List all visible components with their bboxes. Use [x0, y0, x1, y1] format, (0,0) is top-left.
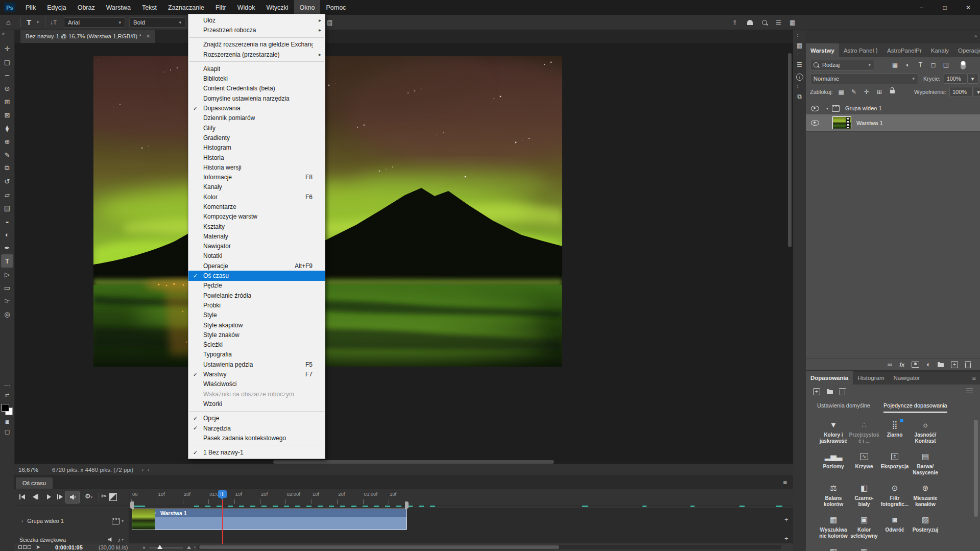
menu-item-narzędzia[interactable]: ✓Narzędzia: [188, 423, 325, 433]
blur-tool[interactable]: ◒: [1, 214, 13, 228]
scroll-left-icon[interactable]: ‹: [194, 544, 196, 550]
new-group-icon[interactable]: [938, 363, 944, 367]
pen-tool[interactable]: ✒: [1, 241, 13, 254]
menubar-item-edycja[interactable]: Edycja: [41, 0, 72, 15]
settings-sliders-icon[interactable]: ☰: [776, 15, 781, 30]
frame-tool[interactable]: ⊠: [1, 108, 13, 122]
fill-field[interactable]: 100%: [949, 87, 973, 97]
frame-animation-icon[interactable]: [18, 545, 31, 549]
notifications-bell-icon[interactable]: [747, 15, 753, 30]
grain-adjustment-button[interactable]: ⣿Ziarno: [878, 420, 912, 438]
menu-item-historia-wersji[interactable]: Historia wersji: [188, 162, 325, 172]
chevron-down-icon[interactable]: ▾: [122, 519, 124, 523]
healing-brush-tool[interactable]: ⊕: [1, 135, 13, 148]
tab-histogram[interactable]: Histogram: [853, 371, 889, 385]
lock-transparency-icon[interactable]: ▦: [835, 88, 848, 95]
menu-item-kształty[interactable]: Kształty: [188, 222, 325, 231]
menu-item-operacje[interactable]: OperacjeAlt+F9: [188, 261, 325, 271]
menu-item-typografia[interactable]: Typografia: [188, 350, 325, 360]
share-icon[interactable]: ⇪: [732, 15, 737, 30]
timeline-tab[interactable]: Oś czasu: [16, 477, 53, 489]
curves-adjustment-button[interactable]: ∿Krzywe: [847, 451, 881, 470]
video-group-label[interactable]: Grupa wideo 1: [27, 518, 64, 524]
opacity-dropdown[interactable]: ▾: [967, 74, 978, 84]
menubar-item-filtr[interactable]: Filtr: [210, 0, 232, 15]
fill-dropdown[interactable]: ▾: [973, 87, 980, 97]
playhead-handle[interactable]: [218, 490, 227, 498]
delete-layer-icon[interactable]: [965, 363, 971, 368]
workspace-panel-icon[interactable]: ▦: [797, 42, 802, 49]
vibrance-adjustment-button[interactable]: ▼Kolory ijaskrawość: [817, 420, 850, 444]
video-track-film-icon[interactable]: [112, 518, 119, 524]
add-layer-mask-icon[interactable]: [912, 362, 919, 368]
menu-item-kanały[interactable]: Kanały: [188, 182, 325, 192]
timeline-scrollbar[interactable]: [198, 545, 781, 549]
screen-mode-icon[interactable]: ▢: [5, 428, 10, 435]
music-note-icon[interactable]: ♪: [117, 537, 121, 543]
adjustment-group-folder-icon[interactable]: [827, 390, 833, 394]
info-panel-icon[interactable]: i: [796, 74, 803, 81]
photo-filter-adjustment-button[interactable]: ⊙Filtrfotografic...: [878, 483, 912, 507]
font-style-select[interactable]: Bold ▾: [129, 17, 185, 28]
menubar-item-plik[interactable]: Plik: [20, 0, 41, 15]
dodge-tool[interactable]: ◐: [1, 228, 13, 241]
tab-warstwy[interactable]: Warstwy: [806, 43, 839, 57]
levels-adjustment-button[interactable]: ▂▅▃Poziomy: [817, 451, 850, 470]
adjustments-scrollbar[interactable]: [974, 420, 978, 517]
menu-item-właściwości[interactable]: Właściwości: [188, 379, 325, 389]
dock-grip[interactable]: [797, 54, 802, 56]
shape-layer-filter-icon[interactable]: ◻: [927, 61, 940, 68]
menu-item-znajdź-rozszerzenia-na-giełdzie-exchange-przestarzałe[interactable]: Znajdź rozszerzenia na giełdzie Exchange…: [188, 40, 325, 50]
chevron-down-icon[interactable]: ▾: [826, 106, 828, 111]
close-tab-icon[interactable]: ×: [147, 33, 150, 40]
timeline-zoom-slider[interactable]: [149, 547, 183, 548]
menu-item-nawigator[interactable]: Nawigator: [188, 242, 325, 251]
menu-item-komentarze[interactable]: Komentarze: [188, 202, 325, 211]
tab-astro-panel[interactable]: Astro Panel ⟩: [839, 43, 882, 57]
history-brush-tool[interactable]: ↺: [1, 175, 13, 188]
layer-name[interactable]: Warstwa 1: [856, 120, 883, 126]
add-audio-button[interactable]: +: [784, 535, 788, 542]
layer-row-selected[interactable]: Warstwa 1: [806, 114, 980, 132]
menu-item-akapit[interactable]: Akapit: [188, 64, 325, 74]
eraser-tool[interactable]: ▱: [1, 188, 13, 201]
menu-item-ścieżki[interactable]: Ścieżki: [188, 340, 325, 350]
subtab-ustawienia-domyślne[interactable]: Ustawienia domyślne: [817, 402, 870, 413]
menubar-item-zaznaczanie[interactable]: Zaznaczanie: [162, 0, 210, 15]
lock-pixels-icon[interactable]: ✎: [848, 88, 861, 95]
menu-item-materiały[interactable]: Materiały: [188, 231, 325, 241]
workspace-switcher-icon[interactable]: ▦: [790, 15, 795, 30]
dock-grip[interactable]: [797, 85, 802, 88]
tab-nawigator[interactable]: Nawigator: [889, 371, 925, 385]
color-balance-adjustment-button[interactable]: ⚖Balanskolorów: [817, 483, 850, 507]
list-view-icon[interactable]: [966, 389, 973, 394]
home-icon[interactable]: ⌂: [6, 15, 11, 30]
menu-item-rozszerzenia-przestarzałe[interactable]: Rozszerzenia (przestarzałe)▸: [188, 50, 325, 59]
move-tool[interactable]: ✛: [1, 42, 13, 55]
filter-toggle[interactable]: [961, 61, 966, 69]
menu-item-przestrzeń-robocza[interactable]: Przestrzeń robocza▸: [188, 25, 325, 35]
posterize-adjustment-button[interactable]: ▨Posteryzuj: [909, 515, 942, 533]
render-video-icon[interactable]: ➤: [36, 544, 40, 550]
minimize-button[interactable]: –: [910, 0, 933, 15]
edit-toolbar-icon[interactable]: ⋯: [4, 382, 11, 389]
channel-mixer-adjustment-button[interactable]: ⊛Mieszaniekanałów: [909, 483, 942, 507]
go-to-first-frame-button[interactable]: [19, 493, 25, 501]
lock-all-icon[interactable]: [890, 90, 895, 93]
close-button[interactable]: ✕: [957, 0, 980, 15]
panel-menu-icon[interactable]: ≡: [972, 374, 976, 382]
previous-frame-button[interactable]: [33, 493, 38, 501]
layer-name[interactable]: Grupa wideo 1: [845, 105, 882, 111]
audio-track-label[interactable]: Ścieżka dźwiękowa: [19, 537, 66, 543]
add-adjustment-icon[interactable]: +: [813, 388, 820, 395]
menu-item-warstwy[interactable]: ✓WarstwyF7: [188, 369, 325, 379]
next-frame-button[interactable]: [57, 493, 63, 501]
menu-item-opcje[interactable]: ✓Opcje: [188, 414, 325, 423]
menu-item-dziennik-pomiarów[interactable]: Dziennik pomiarów: [188, 113, 325, 123]
layer-thumbnail[interactable]: [832, 116, 851, 129]
menu-item-biblioteki[interactable]: Biblioteki: [188, 74, 325, 83]
timeline-zoom-handle[interactable]: [157, 545, 162, 549]
chevron-right-icon[interactable]: ›: [21, 518, 23, 524]
timeline-menu-icon[interactable]: ≡: [783, 478, 787, 486]
tool-preset-chevron-icon[interactable]: ▾: [37, 15, 39, 30]
